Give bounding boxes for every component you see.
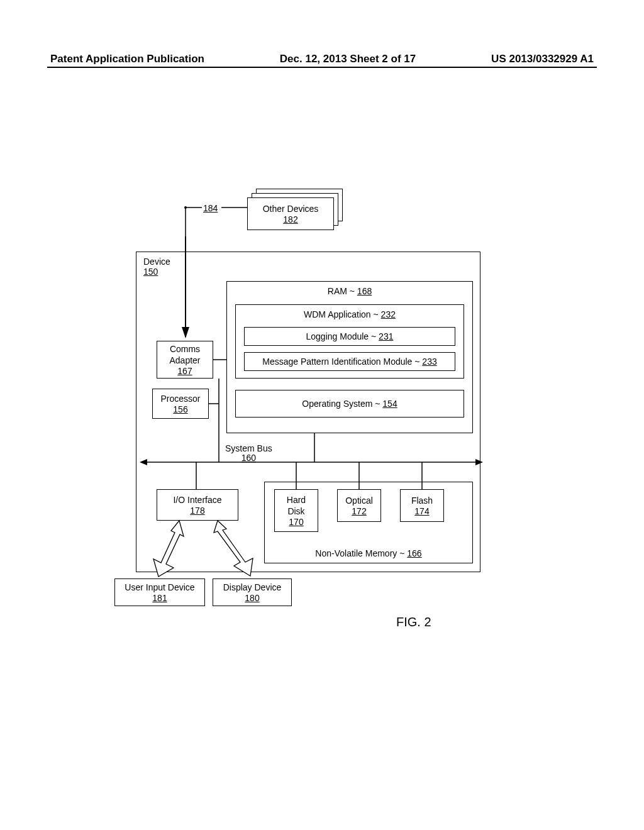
connectors-svg [0,0,644,830]
svg-marker-11 [475,459,483,465]
diagram-area: Other Devices 182 184 Device 150 Comms A… [0,0,644,830]
svg-marker-10 [140,459,147,465]
